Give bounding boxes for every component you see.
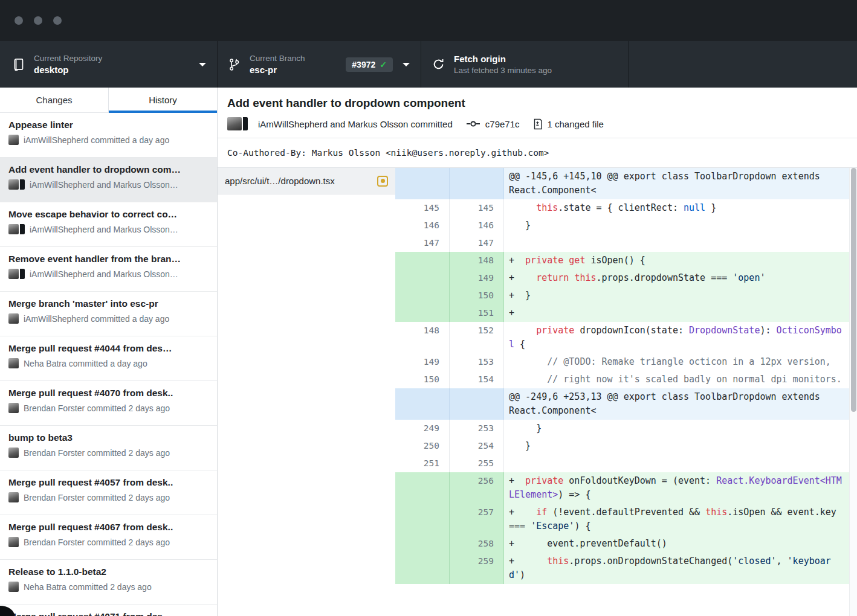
avatar xyxy=(8,492,19,502)
commit-list-item[interactable]: Appease linteriAmWillShepherd committed … xyxy=(0,113,217,158)
chevron-down-icon xyxy=(403,63,410,66)
diff-context-line: 146146 } xyxy=(395,217,857,234)
app-body: ChangesHistory Appease linteriAmWillShep… xyxy=(0,88,857,616)
repo-book-icon xyxy=(12,58,25,71)
commit-list-item[interactable]: Move escape behavior to correct co…iAmWi… xyxy=(0,202,217,247)
diff-viewer: @@ -145,6 +145,10 @@ export class Toolba… xyxy=(395,168,857,616)
minimize-window-button[interactable] xyxy=(34,16,42,25)
old-line-number: 250 xyxy=(395,437,450,455)
old-line-number: 146 xyxy=(395,217,450,234)
new-line-number: 147 xyxy=(450,234,504,252)
new-line-number: 149 xyxy=(450,269,504,287)
commit-item-title: Merge pull request #4071 from des… xyxy=(8,611,209,616)
fetch-origin-button[interactable]: Fetch origin Last fetched 3 minutes ago xyxy=(421,41,629,88)
diff-code-text xyxy=(504,234,857,252)
commit-item-title: bump to beta3 xyxy=(8,432,209,443)
commit-item-meta-text: iAmWillShepherd committed a day ago xyxy=(24,135,169,145)
new-line-number: 151 xyxy=(450,304,504,322)
new-line-number: 148 xyxy=(450,252,504,269)
commit-list-item[interactable]: Merge pull request #4067 from desk..Bren… xyxy=(0,515,217,560)
diff-added-line: 150+ } xyxy=(395,287,857,304)
old-line-number xyxy=(395,535,450,553)
commit-item-meta-text: iAmWillShepherd and Markus Olsson… xyxy=(30,225,178,234)
tab-history[interactable]: History xyxy=(108,88,217,112)
diff-code-text: } xyxy=(504,437,857,455)
zoom-window-button[interactable] xyxy=(53,16,62,25)
commit-item-avatars xyxy=(8,537,19,547)
diff-context-line: 251255 xyxy=(395,455,857,472)
diff-rows: @@ -145,6 +145,10 @@ export class Toolba… xyxy=(395,168,857,584)
commit-detail-pane: Add event handler to dropdown component … xyxy=(218,88,857,616)
diff-code-text: + private onFoldoutKeyDown = (event: Rea… xyxy=(504,472,857,504)
commit-item-meta-text: Neha Batra committed 2 days ago xyxy=(24,582,152,592)
diff-added-line: 149+ return this.props.dropdownState ===… xyxy=(395,269,857,287)
changed-file-path: app/src/ui/t…/dropdown.tsx xyxy=(225,176,335,186)
diff-scrollbar-thumb[interactable] xyxy=(851,168,856,412)
diff-code-text: // @TODO: Remake triangle octicon in a 1… xyxy=(504,353,857,371)
old-line-number xyxy=(395,168,450,199)
current-repository-button[interactable]: Current Repository desktop xyxy=(0,41,218,88)
diff-scrollbar-track[interactable] xyxy=(849,168,857,616)
commit-list-item[interactable]: Release to 1.1.0-beta2Neha Batra committ… xyxy=(0,560,217,605)
avatar xyxy=(8,179,19,190)
commit-description: Co-Authored-By: Markus Olsson <niik@user… xyxy=(218,138,857,168)
changed-file-item[interactable]: app/src/ui/t…/dropdown.tsx xyxy=(218,168,395,194)
commit-item-meta-text: iAmWillShepherd and Markus Olsson… xyxy=(30,269,178,279)
pull-request-badge[interactable]: #3972 ✓ xyxy=(346,57,393,72)
diff-added-line: 259+ this.props.onDropdownStateChanged('… xyxy=(395,553,857,584)
commit-header: Add event handler to dropdown component … xyxy=(218,88,857,138)
commit-item-avatars xyxy=(8,269,25,279)
commit-item-meta-text: Brendan Forster committed 2 days ago xyxy=(24,448,170,458)
old-line-number: 148 xyxy=(395,322,450,353)
new-line-number: 254 xyxy=(450,437,504,455)
new-line-number: 153 xyxy=(450,353,504,371)
diff-code-text: private dropdownIcon(state: DropdownStat… xyxy=(504,322,857,353)
toolbar: Current Repository desktop Current Branc… xyxy=(0,41,857,88)
commit-item-meta: Neha Batra committed a day ago xyxy=(8,358,209,368)
new-line-number: 146 xyxy=(450,217,504,234)
commit-list-item[interactable]: Remove event handler from the bran…iAmWi… xyxy=(0,247,217,292)
commit-list-item[interactable]: Merge pull request #4057 from desk..Bren… xyxy=(0,470,217,515)
old-line-number xyxy=(395,388,450,420)
diff-code-text: } xyxy=(504,217,857,234)
commit-item-meta: Neha Batra committed 2 days ago xyxy=(8,582,209,592)
titlebar xyxy=(0,0,857,41)
close-window-button[interactable] xyxy=(15,16,23,25)
commit-list-item[interactable]: Merge pull request #4070 from desk..Bren… xyxy=(0,381,217,426)
changed-files-count: 1 changed file xyxy=(548,119,604,129)
diff-added-line: 256+ private onFoldoutKeyDown = (event: … xyxy=(395,472,857,504)
tab-changes[interactable]: Changes xyxy=(0,88,108,112)
old-line-number xyxy=(395,269,450,287)
sync-icon xyxy=(432,58,445,71)
avatar xyxy=(8,403,19,413)
old-line-number xyxy=(395,553,450,584)
commit-item-title: Merge branch 'master' into esc-pr xyxy=(8,298,209,309)
commit-item-meta-text: iAmWillShepherd and Markus Olsson… xyxy=(30,180,178,190)
diff-code-text: + return this.props.dropdownState === 'o… xyxy=(504,269,857,287)
changed-files-panel: app/src/ui/t…/dropdown.tsx xyxy=(218,168,395,616)
new-line-number: 259 xyxy=(450,553,504,584)
diff-context-line: 147147 xyxy=(395,234,857,252)
commit-list-item[interactable]: Merge branch 'master' into esc-priAmWill… xyxy=(0,292,217,336)
commit-list-item[interactable]: Merge pull request #4071 from des… xyxy=(0,605,217,616)
commit-list-item[interactable]: Add event handler to dropdown com…iAmWil… xyxy=(0,158,217,202)
pull-request-number: #3972 xyxy=(352,60,375,69)
old-line-number: 149 xyxy=(395,353,450,371)
diff-context-line: 149153 // @TODO: Remake triangle octicon… xyxy=(395,353,857,371)
new-line-number: 150 xyxy=(450,287,504,304)
diff-code-text: + } xyxy=(504,287,857,304)
old-line-number xyxy=(395,504,450,535)
new-line-number: 255 xyxy=(450,455,504,472)
old-line-number: 145 xyxy=(395,199,450,217)
commit-item-title: Merge pull request #4044 from des… xyxy=(8,343,209,354)
new-line-number: 253 xyxy=(450,420,504,437)
commit-list-item[interactable]: bump to beta3Brendan Forster committed 2… xyxy=(0,426,217,470)
current-branch-button[interactable]: Current Branch esc-pr #3972 ✓ xyxy=(218,41,421,88)
diff-code-text: this.state = { clientRect: null } xyxy=(504,199,857,217)
diff-code-text: + xyxy=(504,304,857,322)
commit-list-item[interactable]: Merge pull request #4044 from des…Neha B… xyxy=(0,336,217,381)
ci-success-check-icon: ✓ xyxy=(380,60,387,69)
commit-item-avatars xyxy=(8,358,19,368)
commit-item-meta: iAmWillShepherd committed a day ago xyxy=(8,135,209,145)
commit-item-meta-text: iAmWillShepherd committed a day ago xyxy=(24,314,169,324)
